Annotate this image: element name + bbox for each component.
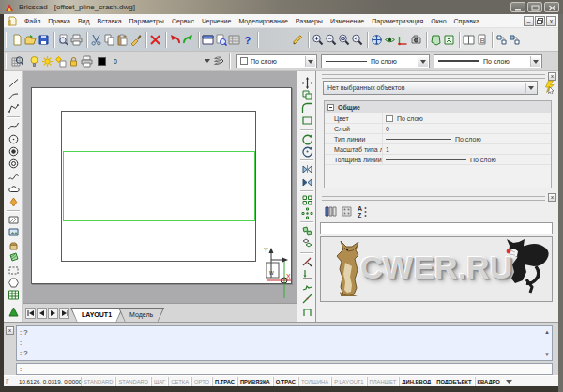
array-polar-icon[interactable] <box>300 207 313 219</box>
linetype-combo[interactable]: По слою <box>321 54 430 68</box>
named-views-icon[interactable] <box>410 31 422 49</box>
status-ОРТО[interactable]: ОРТО <box>191 377 212 386</box>
panel2-close-button[interactable]: x <box>548 193 556 202</box>
tab-Модель[interactable]: Модель <box>118 308 164 322</box>
trim-icon[interactable] <box>300 256 313 268</box>
donut-icon[interactable] <box>7 145 20 158</box>
link-icon[interactable] <box>495 31 508 49</box>
scroll-up-icon[interactable]: ▲ <box>543 328 551 336</box>
plot-icon[interactable] <box>81 53 93 70</box>
offset-icon[interactable] <box>300 237 313 249</box>
mirror-icon[interactable] <box>300 163 313 175</box>
fillet-icon[interactable] <box>300 102 313 114</box>
redo-icon[interactable] <box>182 31 194 49</box>
menu-Параметры[interactable]: Параметры <box>126 18 168 24</box>
point-icon[interactable] <box>7 196 20 208</box>
view-rotate-icon[interactable] <box>443 31 455 49</box>
panel-grip[interactable] <box>322 74 545 79</box>
property-row-4[interactable]: Масштаб типа л1 <box>325 144 551 155</box>
find-icon[interactable] <box>215 31 227 49</box>
view-icon[interactable] <box>384 31 396 49</box>
property-row-1[interactable]: ЦветПо слою <box>325 113 551 124</box>
boundary-icon[interactable] <box>7 264 20 277</box>
combo-arrow[interactable] <box>525 83 536 93</box>
match-properties-icon[interactable] <box>129 31 142 49</box>
copy-icon[interactable] <box>103 31 115 49</box>
status-ПРИВЯЗКА[interactable]: ПРИВЯЗКА <box>237 377 273 386</box>
menu-Окно[interactable]: Окно <box>427 18 449 24</box>
property-row-5[interactable]: Толщина линииПо слою <box>325 155 551 165</box>
extend-icon[interactable] <box>300 268 313 280</box>
lineweight-combo-arrow[interactable] <box>530 56 540 67</box>
panel2-grip[interactable] <box>322 196 545 201</box>
status-P:LAYOUT1[interactable]: P:LAYOUT1 <box>331 377 366 386</box>
drawing-explorer-icon[interactable] <box>228 31 240 49</box>
status-О.ТРАС[interactable]: О.ТРАС <box>273 377 298 386</box>
menu-Вид[interactable]: Вид <box>74 18 94 24</box>
menu-Изменение[interactable]: Изменение <box>327 18 368 24</box>
quick-select-button[interactable] <box>542 80 556 95</box>
rectangle-icon[interactable] <box>300 114 313 127</box>
menu-Вставка[interactable]: Вставка <box>94 18 126 24</box>
rotate-icon[interactable] <box>300 133 313 145</box>
status-STANDARD[interactable]: STANDARD <box>115 377 150 386</box>
copy-object-icon[interactable] <box>300 89 313 101</box>
toolbar-grip[interactable] <box>6 32 8 48</box>
copy-nested-icon[interactable] <box>300 225 313 237</box>
polygon-icon[interactable] <box>7 277 20 289</box>
maximize-button[interactable] <box>527 2 542 12</box>
lock-icon[interactable] <box>68 53 80 70</box>
freeze-icon[interactable] <box>54 53 67 70</box>
columns-icon[interactable] <box>324 204 338 219</box>
tab-first-button[interactable] <box>25 308 36 319</box>
property-row-3[interactable]: Тип линииПо слою <box>325 134 551 144</box>
break-icon[interactable] <box>300 281 313 294</box>
publish-icon[interactable] <box>509 31 521 49</box>
axes-icon[interactable] <box>397 31 409 49</box>
status-П.ТРАС[interactable]: П.ТРАС <box>212 377 237 386</box>
line-icon[interactable] <box>7 77 20 89</box>
panel2-input[interactable] <box>320 222 553 234</box>
zoom-window-icon[interactable] <box>338 31 350 49</box>
menu-Справка[interactable]: Справка <box>450 18 483 24</box>
tab-last-button[interactable] <box>59 308 69 319</box>
settings-icon[interactable] <box>340 204 354 219</box>
ucs-icon[interactable] <box>430 31 442 49</box>
toolbar-grip2[interactable] <box>6 53 8 69</box>
status-КВАДРО[interactable]: КВАДРО <box>475 377 503 386</box>
sketch-icon[interactable] <box>7 171 20 183</box>
color-combo[interactable]: По слою <box>236 54 317 68</box>
selection-combo[interactable]: Нет выбранных объектов <box>323 81 538 95</box>
scroll-down-icon[interactable]: ▼ <box>543 351 551 358</box>
menu-Параметризация[interactable]: Параметризация <box>368 18 427 24</box>
save-icon[interactable] <box>38 31 50 49</box>
region-icon[interactable] <box>7 214 20 226</box>
tab-LAYOUT1[interactable]: LAYOUT1 <box>70 308 123 322</box>
menu-Правка[interactable]: Правка <box>44 18 74 24</box>
table-icon[interactable] <box>7 289 20 301</box>
status-ПЛАНШЕТ[interactable]: ПЛАНШЕТ <box>367 377 400 386</box>
delete-icon[interactable] <box>149 31 161 49</box>
menu-Сервис[interactable]: Сервис <box>168 18 198 24</box>
property-row-2[interactable]: Слой0 <box>325 124 551 134</box>
status-ПОДОБЪЕКТ[interactable]: ПОДОБЪЕКТ <box>434 377 474 386</box>
zoom-out-icon[interactable] <box>325 31 337 49</box>
spline-icon[interactable] <box>7 120 20 132</box>
print-preview-icon[interactable] <box>57 31 69 49</box>
mdi-close-button[interactable]: x <box>546 16 556 26</box>
pan-icon[interactable] <box>371 31 383 49</box>
linetype-combo-arrow[interactable] <box>418 56 428 67</box>
status-menu-arrow[interactable] <box>505 378 513 385</box>
arc-icon[interactable] <box>7 89 20 101</box>
help-icon[interactable]: ? <box>241 31 253 49</box>
cloud-icon[interactable] <box>7 183 20 195</box>
rotate-3d-icon[interactable] <box>300 145 313 158</box>
command-close-button[interactable]: x <box>6 326 14 335</box>
tab-next-button[interactable] <box>48 308 58 319</box>
print-icon[interactable] <box>70 31 83 49</box>
sun-icon[interactable] <box>41 53 53 70</box>
block-icon[interactable] <box>7 239 20 251</box>
lineweight-combo[interactable]: По слою <box>434 54 542 68</box>
redline-icon[interactable] <box>292 31 304 49</box>
viewports-icon[interactable] <box>463 31 475 49</box>
